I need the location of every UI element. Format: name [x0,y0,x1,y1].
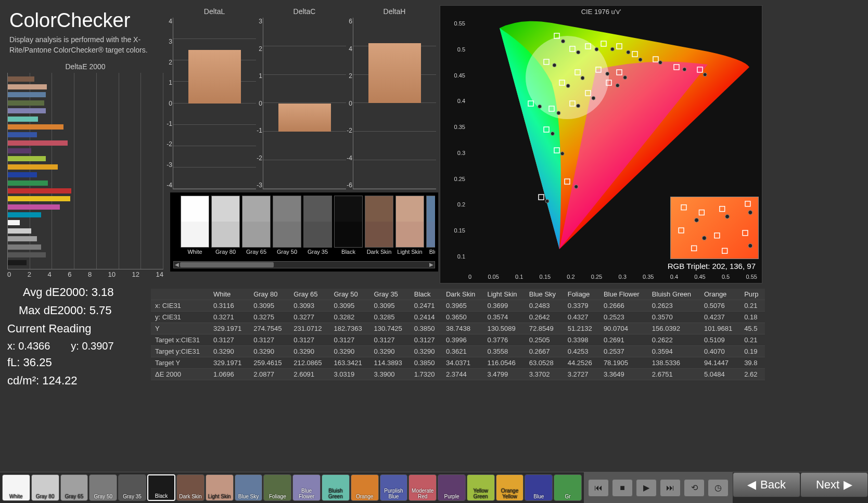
swatch-item[interactable]: Gray 35 [303,196,332,258]
deltaE-bar [8,156,46,161]
bottom-swatch[interactable]: Blue [525,474,553,501]
deltaE-bar [8,180,48,186]
svg-point-8 [577,50,580,54]
deltaC-chart: DeltaC 3210-1-2-3 [263,7,346,189]
scroll-right-icon[interactable]: ▶ [428,262,435,268]
deltaL-chart: DeltaL 43210-1-2-3-4 [173,7,256,189]
bottom-swatch[interactable]: Gr [554,474,582,501]
svg-point-60 [748,243,752,248]
swatch-strip: WhiteGray 80Gray 65Gray 50Gray 35BlackDa… [170,192,438,272]
bottom-swatch[interactable]: Bluish Green [322,474,350,501]
deltaE-bar [8,172,37,177]
svg-point-24 [566,84,570,88]
svg-point-36 [575,185,578,188]
swatch-item[interactable]: Gray 50 [273,196,301,258]
swatch-item[interactable]: Gray 65 [242,196,271,258]
timer-button[interactable]: ◷ [708,479,729,497]
svg-point-18 [658,61,662,65]
loop-button[interactable]: ⟲ [684,479,705,497]
svg-point-6 [561,40,565,43]
svg-rect-47 [681,205,686,210]
bottom-swatch[interactable]: Black [147,474,175,501]
stats-block: Avg dE2000: 3.18 Max dE2000: 5.75 Curren… [7,283,114,390]
bottom-swatch[interactable]: Moderate Red [409,474,437,501]
scroll-left-icon[interactable]: ◀ [174,262,180,268]
svg-point-30 [623,75,627,79]
table-row[interactable]: Target y:CIE310.32900.32900.32900.32900.… [151,346,765,357]
table-row[interactable]: x: CIE310.31160.30950.30930.30950.30950.… [151,300,765,312]
deltaE-bar [8,244,41,250]
svg-point-58 [748,211,752,215]
stop-button[interactable]: ■ [612,479,633,497]
deltaE-bar [8,140,68,146]
svg-rect-49 [720,207,725,212]
swatch-item[interactable]: Light Skin [395,196,424,258]
svg-rect-52 [692,246,697,251]
deltaE-bar [8,212,41,217]
svg-point-44 [592,96,595,100]
bottom-swatch[interactable]: Blue Sky [235,474,263,501]
table-row[interactable]: y: CIE310.32710.32750.32770.32820.32850.… [151,312,765,323]
deltaE-bar [8,164,58,170]
swatch-item[interactable]: Gray 80 [211,196,240,258]
bottom-swatch[interactable]: Orange Yellow [496,474,524,501]
bottom-swatch[interactable]: Orange [351,474,379,501]
svg-rect-51 [679,228,684,233]
svg-point-42 [577,104,580,108]
scroll-thumb[interactable] [180,262,274,267]
bottom-swatch[interactable]: Purplish Blue [380,474,408,501]
deltaE-bar [8,76,34,82]
svg-point-32 [551,132,554,135]
bottom-swatch[interactable]: Purple [438,474,466,501]
table-row[interactable]: Target x:CIE310.31270.31270.31270.31270.… [151,334,765,346]
svg-rect-54 [722,248,727,253]
bottom-swatch[interactable]: Light Skin [206,474,234,501]
page-title: ColorChecker [9,9,165,32]
svg-point-40 [557,111,560,115]
bottom-swatch[interactable]: Gray 80 [31,474,59,501]
svg-point-4 [553,63,556,67]
svg-point-16 [639,58,642,61]
svg-rect-37 [539,195,544,200]
svg-point-26 [581,76,584,80]
svg-point-28 [606,72,609,75]
deltaE-title: DeltaE 2000 [7,62,163,71]
svg-rect-50 [745,201,750,207]
bottom-swatch[interactable]: Gray 35 [118,474,146,501]
swatch-item[interactable]: Dark Skin [365,196,393,258]
prev-track-button[interactable]: ⏮ [588,479,609,497]
swatch-item[interactable]: Blue Sky [426,196,435,258]
bottom-swatch[interactable]: Gray 65 [60,474,88,501]
back-button[interactable]: ◀ Back [733,472,800,497]
deltaE-chart: DeltaE 2000 02468101214 [7,62,163,278]
svg-rect-53 [714,233,720,238]
bottom-swatch[interactable]: Dark Skin [176,474,205,501]
swatch-item[interactable]: Black [334,196,363,258]
next-button[interactable]: Next ▶ [800,472,868,497]
deltaH-chart: DeltaH 6420-2-4-6 [353,7,436,189]
svg-point-59 [702,236,706,240]
cie-diagram: CIE 1976 u'v' 0.550.50.450.40.350.30.250… [440,5,762,283]
bottom-swatch[interactable]: Foliage [263,474,291,501]
next-track-button[interactable]: ⏭ [660,479,681,497]
data-table[interactable]: WhiteGray 80Gray 65Gray 50Gray 35BlackDa… [151,289,765,393]
deltaE-bar [8,204,60,210]
cie-rgb-readout: RGB Triplet: 202, 136, 97 [668,262,756,270]
svg-point-20 [683,68,686,71]
cie-zoom-inset [670,197,759,259]
table-row[interactable]: Y329.1971274.7545231.0712182.7363130.742… [151,323,765,334]
swatch-scrollbar[interactable]: ◀ ▶ [173,261,435,268]
play-button[interactable]: ▶ [636,479,657,497]
deltaE-bar [8,92,46,97]
svg-point-10 [595,47,598,51]
bottom-swatch[interactable]: White [2,474,30,501]
svg-point-34 [560,152,564,156]
bottom-swatch[interactable]: Gray 50 [89,474,117,501]
table-row[interactable]: Target Y329.1971259.4615212.0865163.3421… [151,357,765,369]
deltaE-bar [8,220,20,225]
cie-title: CIE 1976 u'v' [440,8,762,16]
table-row[interactable]: ΔE 20001.06962.08772.60913.03193.39001.7… [151,369,765,380]
swatch-item[interactable]: White [181,196,209,258]
bottom-swatch[interactable]: Blue Flower [292,474,321,501]
bottom-swatch[interactable]: Yellow Green [467,474,495,501]
